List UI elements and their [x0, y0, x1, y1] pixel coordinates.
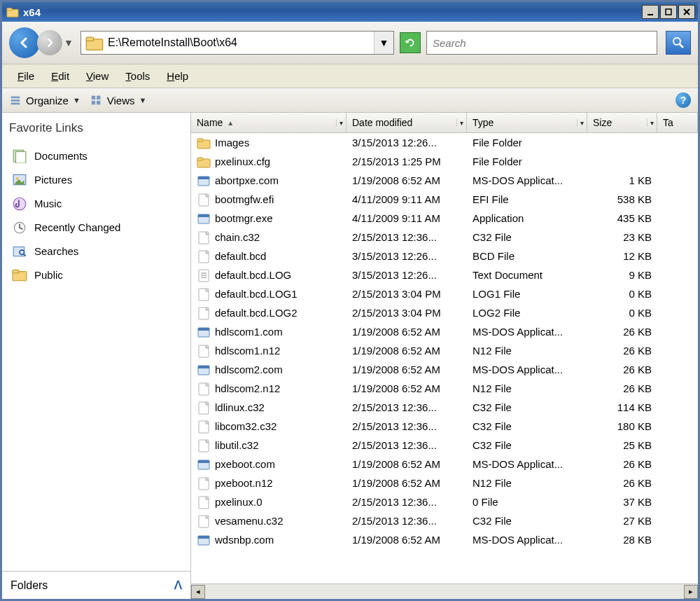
sidebar-item-pictures[interactable]: Pictures [9, 167, 183, 191]
menu-file[interactable]: File [10, 69, 41, 83]
file-date: 1/19/2008 6:52 AM [346, 364, 467, 375]
svg-rect-19 [666, 9, 671, 15]
file-type: BCD File [467, 250, 587, 262]
file-name: chain.c32 [215, 231, 260, 243]
file-row[interactable]: hdlscom2.n12 1/19/2008 6:52 AM N12 File … [191, 379, 698, 398]
file-row[interactable]: default.bcd.LOG1 2/15/2013 3:04 PM LOG1 … [191, 284, 698, 303]
file-row[interactable]: wdsnbp.com 1/19/2008 6:52 AM MS-DOS Appl… [191, 530, 698, 549]
refresh-button[interactable] [400, 32, 421, 53]
organize-button[interactable]: Organize ▼ [9, 94, 80, 106]
file-date: 1/19/2008 6:52 AM [346, 458, 467, 470]
menu-tools[interactable]: Tools [118, 69, 157, 83]
file-row[interactable]: default.bcd.LOG 3/15/2013 12:26... Text … [191, 265, 698, 284]
folders-toggle[interactable]: Folders ᐱ [2, 571, 190, 599]
exe-icon [197, 212, 211, 226]
menu-help[interactable]: Help [160, 69, 195, 83]
file-row[interactable]: chain.c32 2/15/2013 12:36... C32 File 23… [191, 228, 698, 247]
file-row[interactable]: vesamenu.c32 2/15/2013 12:36... C32 File… [191, 511, 698, 530]
nav-history-dropdown[interactable]: ▼ [62, 37, 75, 48]
minimize-button[interactable] [642, 5, 659, 19]
favorite-links-header: Favorite Links [9, 121, 183, 135]
file-list-pane: Name▲▾ Date modified▾ Type▾ Size▾ Ta Ima… [191, 113, 698, 599]
search-input[interactable] [427, 37, 657, 49]
file-type: MS-DOS Applicat... [467, 174, 587, 186]
file-name: hdlscom1.n12 [215, 345, 280, 357]
scroll-right-button[interactable]: ▸ [684, 585, 698, 599]
file-row[interactable]: libcom32.c32 2/15/2013 12:36... C32 File… [191, 417, 698, 436]
svg-point-22 [673, 38, 680, 45]
file-row[interactable]: pxeboot.n12 1/19/2008 6:52 AM N12 File 2… [191, 474, 698, 492]
file-row[interactable]: default.bcd 3/15/2013 12:26... BCD File … [191, 247, 698, 265]
file-row[interactable]: default.bcd.LOG2 2/15/2013 3:04 PM LOG2 … [191, 303, 698, 322]
column-type[interactable]: Type▾ [467, 113, 587, 132]
file-row[interactable]: pxelinux.0 2/15/2013 12:36... 0 File 37 … [191, 492, 698, 511]
file-icon [197, 193, 211, 207]
search-bar[interactable] [426, 31, 657, 55]
address-dropdown[interactable]: ▼ [374, 32, 393, 54]
close-button[interactable] [678, 5, 695, 19]
sidebar-item-searches[interactable]: Searches [9, 239, 183, 263]
menu-view[interactable]: View [79, 69, 115, 83]
forward-button[interactable] [37, 30, 62, 55]
views-icon [90, 94, 103, 106]
file-name: default.bcd [215, 250, 266, 262]
views-label: Views [107, 95, 135, 106]
column-ta[interactable]: Ta [657, 113, 698, 132]
folder-icon [197, 136, 211, 150]
file-row[interactable]: hdlscom1.n12 1/19/2008 6:52 AM N12 File … [191, 341, 698, 360]
file-row[interactable]: bootmgr.exe 4/11/2009 9:11 AM Applicatio… [191, 209, 698, 228]
file-type: MS-DOS Applicat... [467, 326, 587, 338]
column-dropdown-icon[interactable]: ▾ [577, 119, 584, 127]
column-size[interactable]: Size▾ [587, 113, 657, 132]
file-row[interactable]: hdlscom2.com 1/19/2008 6:52 AM MS-DOS Ap… [191, 360, 698, 379]
column-name[interactable]: Name▲▾ [191, 113, 346, 132]
address-input[interactable] [108, 36, 374, 49]
file-icon [197, 476, 211, 490]
file-row[interactable]: libutil.c32 2/15/2013 12:36... C32 File … [191, 436, 698, 455]
column-dropdown-icon[interactable]: ▾ [456, 119, 463, 127]
column-dropdown-icon[interactable]: ▾ [647, 119, 654, 127]
arrow-right-icon [44, 37, 55, 48]
file-row[interactable]: hdlscom1.com 1/19/2008 6:52 AM MS-DOS Ap… [191, 322, 698, 341]
file-name: default.bcd.LOG [215, 269, 291, 281]
file-row[interactable]: abortpxe.com 1/19/2008 6:52 AM MS-DOS Ap… [191, 171, 698, 190]
address-bar[interactable]: ▼ [80, 31, 394, 55]
file-row[interactable]: pxelinux.cfg 2/15/2013 1:25 PM File Fold… [191, 152, 698, 171]
scroll-left-button[interactable]: ◂ [191, 585, 205, 599]
sort-asc-icon: ▲ [227, 119, 234, 127]
sidebar-item-label: Pictures [34, 174, 72, 186]
file-size: 27 KB [587, 515, 657, 527]
column-date[interactable]: Date modified▾ [346, 113, 467, 132]
sidebar-item-label: Public [34, 269, 63, 281]
file-name: libutil.c32 [215, 439, 259, 451]
maximize-button[interactable] [660, 5, 677, 19]
search-icon [671, 36, 685, 50]
help-button[interactable]: ? [676, 92, 691, 108]
file-icon [197, 230, 211, 244]
horizontal-scrollbar[interactable]: ◂ ▸ [191, 583, 698, 599]
file-icon [197, 287, 211, 301]
file-size: 26 KB [587, 477, 657, 489]
svg-rect-29 [92, 101, 95, 104]
menu-edit[interactable]: Edit [44, 69, 76, 83]
views-button[interactable]: Views ▼ [90, 94, 147, 106]
search-button[interactable] [666, 31, 691, 55]
sidebar-item-documents[interactable]: Documents [9, 144, 183, 167]
explorer-window: x64 ▼ ▼ [0, 0, 700, 601]
file-row[interactable]: Images 3/15/2013 12:26... File Folder [191, 133, 698, 152]
file-date: 4/11/2009 9:11 AM [346, 212, 467, 224]
file-type: 0 File [467, 496, 587, 508]
file-row[interactable]: bootmgfw.efi 4/11/2009 9:11 AM EFI File … [191, 190, 698, 209]
sidebar-item-music[interactable]: Music [9, 191, 183, 215]
sidebar-item-recently-changed[interactable]: Recently Changed [9, 215, 183, 239]
file-icon [197, 401, 211, 415]
file-row[interactable]: ldlinux.c32 2/15/2013 12:36... C32 File … [191, 398, 698, 417]
back-button[interactable] [9, 27, 40, 58]
column-dropdown-icon[interactable]: ▾ [336, 119, 343, 127]
file-date: 2/15/2013 12:36... [346, 401, 467, 413]
file-name: pxeboot.com [215, 458, 275, 470]
sidebar-item-public[interactable]: Public [9, 263, 183, 286]
file-type: MS-DOS Applicat... [467, 458, 587, 470]
organize-icon [9, 94, 22, 106]
file-row[interactable]: pxeboot.com 1/19/2008 6:52 AM MS-DOS App… [191, 455, 698, 474]
